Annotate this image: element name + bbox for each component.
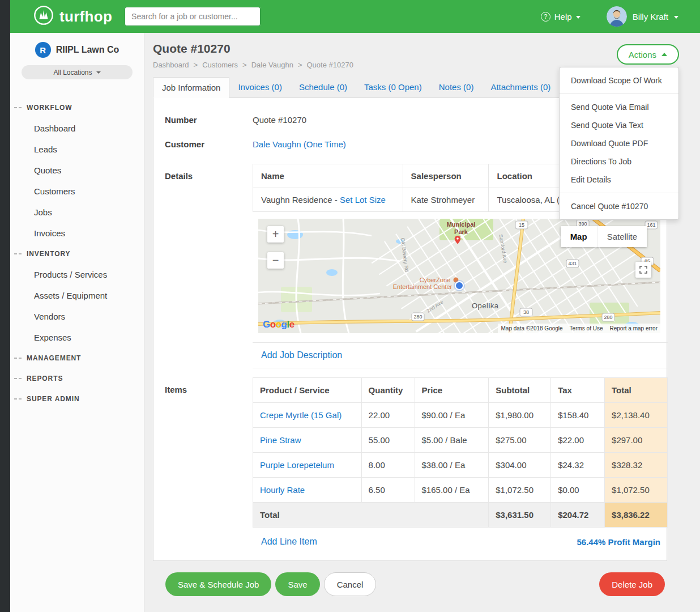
table-row: Purple Lorepetelum 8.00 $38.00 / Ea $304… <box>253 453 668 478</box>
items-table: Product / Service Quantity Price Subtota… <box>253 377 668 528</box>
customer-link[interactable]: Dale Vaughn <box>253 139 301 149</box>
items-total-row: Total $3,631.50 $204.72 $3,836.22 <box>253 503 668 528</box>
svg-text:38: 38 <box>523 309 529 315</box>
company-name: RIIPL Lawn Co <box>56 45 119 55</box>
map-attribution: Map data ©2018 Google Terms of Use Repor… <box>498 324 660 333</box>
nav-section-inventory[interactable]: INVENTORY <box>10 244 144 264</box>
section-collapse-icon <box>14 398 22 400</box>
nav-section-management[interactable]: MANAGEMENT <box>10 348 144 368</box>
map-data-credit: Map data ©2018 Google <box>501 325 562 332</box>
set-lot-size-link[interactable]: Set Lot Size <box>340 195 386 205</box>
breadcrumb-customers[interactable]: Customers <box>202 61 238 69</box>
menu-item-edit-details[interactable]: Edit Details <box>560 171 678 189</box>
sidebar-item-assets-equipment[interactable]: Assets / Equipment <box>10 285 144 306</box>
save-button[interactable]: Save <box>275 572 319 596</box>
section-collapse-icon <box>14 253 22 254</box>
tab-attachments[interactable]: Attachments (0) <box>482 77 559 97</box>
breadcrumb-separator: > <box>242 61 247 69</box>
global-search <box>125 7 261 26</box>
actions-button[interactable]: Actions <box>617 44 679 65</box>
menu-item-directions[interactable]: Directions To Job <box>560 152 678 171</box>
salesperson-value: Kate Strohmeyer <box>403 188 489 212</box>
nav-section-workflow[interactable]: WORKFLOW <box>10 97 144 118</box>
quote-number-value: Quote #10270 <box>253 115 306 125</box>
sidebar-item-jobs[interactable]: Jobs <box>10 202 144 223</box>
save-and-schedule-button[interactable]: Save & Schedule Job <box>165 572 271 596</box>
section-collapse-icon <box>14 107 22 108</box>
property-name: Vaughn Residence - <box>261 195 338 205</box>
sidebar-item-quotes[interactable]: Quotes <box>10 160 144 181</box>
map-label-park-line2: Park <box>454 228 468 235</box>
customer-label: Customer <box>165 139 253 149</box>
breadcrumb-separator: > <box>298 61 302 69</box>
menu-item-download-scope[interactable]: Download Scope Of Work <box>560 71 678 90</box>
breadcrumb-dashboard[interactable]: Dashboard <box>153 61 189 69</box>
help-label: Help <box>554 12 572 22</box>
location-selector[interactable]: All Locations <box>22 65 133 79</box>
nav-section-super-admin[interactable]: SUPER ADMIN <box>10 389 144 409</box>
svg-text:280: 280 <box>413 314 422 320</box>
menu-item-send-quote-text[interactable]: Send Quote Via Text <box>560 116 678 134</box>
delete-job-button[interactable]: Delete Job <box>599 572 665 596</box>
total-label: Total <box>253 503 489 528</box>
menu-divider <box>560 94 678 94</box>
product-link[interactable]: Purple Lorepetelum <box>260 460 334 470</box>
report-map-error-link[interactable]: Report a map error <box>610 325 658 332</box>
nav-section-reports[interactable]: REPORTS <box>10 368 144 389</box>
menu-item-download-quote-pdf[interactable]: Download Quote PDF <box>560 134 678 152</box>
add-line-item-link[interactable]: Add Line Item <box>261 537 317 547</box>
product-link[interactable]: Crepe Myrtle (15 Gal) <box>260 410 342 420</box>
sidebar-item-expenses[interactable]: Expenses <box>10 327 144 348</box>
avatar <box>607 6 627 27</box>
job-location-map[interactable]: 15 390 161 431 85 38 280 280 Municipal P… <box>258 219 660 333</box>
company-header: R RIIPL Lawn Co <box>10 33 144 58</box>
sidebar-item-customers[interactable]: Customers <box>10 181 144 202</box>
details-header-salesperson: Salesperson <box>403 164 489 188</box>
sidebar-item-leads[interactable]: Leads <box>10 139 144 160</box>
menu-item-cancel-quote[interactable]: Cancel Quote #10270 <box>560 197 678 215</box>
help-menu[interactable]: ? Help <box>541 12 581 22</box>
map-type-map-button[interactable]: Map <box>561 226 597 247</box>
map-fullscreen-button[interactable] <box>635 262 651 278</box>
product-link[interactable]: Hourly Rate <box>260 485 305 495</box>
total-subtotal: $3,631.50 <box>489 503 551 528</box>
sidebar-item-vendors[interactable]: Vendors <box>10 306 144 327</box>
map-label-poi-line1: CyberZone <box>420 277 450 283</box>
tab-invoices[interactable]: Invoices (0) <box>229 77 291 97</box>
search-input[interactable] <box>125 12 261 21</box>
product-link[interactable]: Pine Straw <box>260 435 301 445</box>
breadcrumb-customer-name[interactable]: Dale Vaughn <box>251 61 293 69</box>
map-zoom-out-button[interactable]: − <box>267 252 284 269</box>
brand-name: turfhop <box>59 8 112 26</box>
map-type-satellite-button[interactable]: Satellite <box>597 226 647 247</box>
tab-tasks[interactable]: Tasks (0 Open) <box>356 77 430 97</box>
menu-item-send-quote-email[interactable]: Send Quote Via Email <box>560 98 678 116</box>
help-question-icon: ? <box>541 12 550 22</box>
terms-of-use-link[interactable]: Terms of Use <box>570 325 603 332</box>
chevron-down-icon <box>674 16 678 19</box>
sidebar-item-invoices[interactable]: Invoices <box>10 223 144 244</box>
add-job-description-link[interactable]: Add Job Description <box>261 350 342 360</box>
cancel-button[interactable]: Cancel <box>324 572 377 596</box>
sidebar-item-dashboard[interactable]: Dashboard <box>10 118 144 139</box>
tab-schedule[interactable]: Schedule (0) <box>291 77 356 97</box>
user-name: Billy Kraft <box>633 12 668 22</box>
company-logo-badge: R <box>35 42 51 58</box>
app-header: turfhop ? Help Billy Kraft <box>10 0 700 33</box>
actions-dropdown-menu: Download Scope Of Work Send Quote Via Em… <box>559 67 679 220</box>
map-marker-dot <box>455 282 463 290</box>
map-label-city: Opelika <box>472 301 499 310</box>
google-logo[interactable]: Google <box>263 319 294 330</box>
sidebar-item-products-services[interactable]: Products / Services <box>10 264 144 285</box>
breadcrumb-separator: > <box>194 61 198 69</box>
details-header-name: Name <box>253 164 403 188</box>
tab-job-information[interactable]: Job Information <box>153 77 229 98</box>
customer-type-link[interactable]: (One Time) <box>304 139 346 149</box>
items-header-row: Product / Service Quantity Price Subtota… <box>253 378 668 403</box>
app-logo[interactable]: turfhop <box>33 5 112 28</box>
user-menu[interactable]: Billy Kraft <box>607 6 678 27</box>
menu-divider <box>560 193 678 193</box>
map-zoom-in-button[interactable]: + <box>267 226 284 243</box>
number-label: Number <box>165 115 253 125</box>
tab-notes[interactable]: Notes (0) <box>430 77 483 97</box>
